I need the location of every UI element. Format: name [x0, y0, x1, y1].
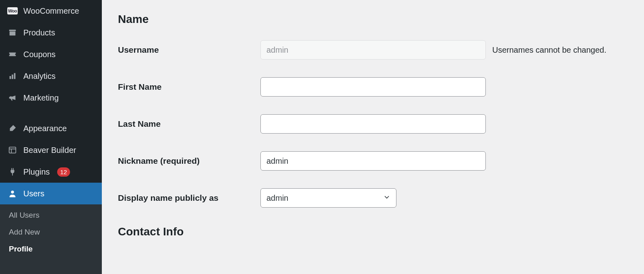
sidebar-item-label: Products [23, 28, 55, 37]
row-nickname: Nickname (required) [118, 151, 628, 171]
svg-rect-2 [10, 76, 11, 79]
layout-icon [7, 145, 18, 155]
row-last-name: Last Name [118, 114, 628, 134]
label-username: Username [118, 45, 260, 55]
username-input [260, 40, 486, 60]
user-icon [7, 188, 18, 199]
sidebar-item-analytics[interactable]: Analytics [0, 65, 102, 87]
sidebar-item-users[interactable]: Users [0, 183, 102, 204]
nickname-input[interactable] [260, 151, 486, 171]
subnav-all-users[interactable]: All Users [0, 207, 102, 224]
svg-rect-3 [12, 74, 13, 79]
display-name-select[interactable]: admin [260, 188, 396, 208]
sidebar-item-label: Analytics [23, 72, 56, 81]
sidebar-item-woocommerce[interactable]: Woo WooCommerce [0, 0, 102, 22]
plug-icon [7, 167, 18, 177]
admin-sidebar: Woo WooCommerce Products Coupons Analyti… [0, 0, 102, 274]
update-count-badge: 12 [57, 167, 70, 177]
sidebar-item-marketing[interactable]: Marketing [0, 87, 102, 109]
section-heading-contact: Contact Info [118, 225, 628, 238]
last-name-input[interactable] [260, 114, 486, 134]
sidebar-item-label: Appearance [23, 124, 67, 133]
paintbrush-icon [7, 123, 18, 134]
bar-chart-icon [7, 71, 18, 81]
row-username: Username Usernames cannot be changed. [118, 40, 628, 60]
row-display-name: Display name publicly as admin [118, 188, 628, 208]
subnav-add-new[interactable]: Add New [0, 224, 102, 241]
woocommerce-icon: Woo [7, 6, 18, 16]
svg-rect-4 [14, 73, 16, 79]
sidebar-item-coupons[interactable]: Coupons [0, 43, 102, 65]
sidebar-item-label: Users [23, 189, 44, 198]
svg-point-8 [11, 191, 14, 194]
subnav-profile[interactable]: Profile [0, 241, 102, 258]
users-subnav: All Users Add New Profile [0, 204, 102, 274]
sidebar-item-label: Plugins [23, 167, 50, 177]
sidebar-item-appearance[interactable]: Appearance [0, 117, 102, 139]
label-last-name: Last Name [118, 119, 260, 129]
sidebar-item-plugins[interactable]: Plugins 12 [0, 161, 102, 183]
row-first-name: First Name [118, 77, 628, 97]
first-name-input[interactable] [260, 77, 486, 97]
sidebar-item-label: Beaver Builder [23, 146, 76, 155]
sidebar-item-beaver-builder[interactable]: Beaver Builder [0, 139, 102, 161]
label-display-name: Display name publicly as [118, 193, 260, 203]
username-hint: Usernames cannot be changed. [492, 45, 607, 55]
section-heading-name: Name [118, 13, 628, 26]
sidebar-item-label: WooCommerce [23, 6, 79, 16]
archive-icon [7, 27, 18, 38]
sidebar-item-label: Coupons [23, 50, 56, 59]
megaphone-icon [7, 93, 18, 103]
svg-rect-5 [9, 147, 16, 153]
label-first-name: First Name [118, 82, 260, 92]
svg-rect-0 [9, 30, 16, 31]
label-nickname: Nickname (required) [118, 156, 260, 166]
sidebar-item-label: Marketing [23, 93, 59, 103]
ticket-icon [7, 49, 18, 60]
svg-rect-1 [10, 31, 16, 35]
profile-form: Name Username Usernames cannot be change… [102, 0, 644, 274]
sidebar-item-products[interactable]: Products [0, 22, 102, 43]
